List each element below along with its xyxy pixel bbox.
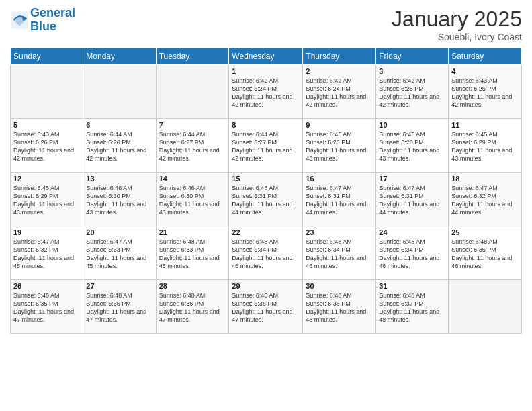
header-row: Sunday Monday Tuesday Wednesday Thursday… bbox=[11, 48, 522, 65]
day-info: Sunrise: 6:43 AMSunset: 6:25 PMDaylight:… bbox=[451, 77, 519, 109]
calendar-cell: 27Sunrise: 6:48 AMSunset: 6:35 PMDayligh… bbox=[83, 280, 156, 334]
day-number: 6 bbox=[86, 121, 152, 129]
col-tuesday: Tuesday bbox=[156, 48, 229, 65]
day-number: 15 bbox=[232, 175, 300, 183]
calendar-week-1: 5Sunrise: 6:43 AMSunset: 6:26 PMDaylight… bbox=[11, 119, 522, 173]
day-info: Sunrise: 6:44 AMSunset: 6:27 PMDaylight:… bbox=[159, 130, 226, 163]
day-number: 23 bbox=[306, 228, 373, 236]
day-info: Sunrise: 6:48 AMSunset: 6:36 PMDaylight:… bbox=[306, 291, 373, 324]
day-info: Sunrise: 6:48 AMSunset: 6:33 PMDaylight:… bbox=[159, 238, 226, 271]
col-thursday: Thursday bbox=[303, 48, 376, 65]
calendar-cell: 31Sunrise: 6:48 AMSunset: 6:37 PMDayligh… bbox=[376, 280, 449, 334]
calendar-cell: 22Sunrise: 6:48 AMSunset: 6:34 PMDayligh… bbox=[229, 226, 303, 280]
day-info: Sunrise: 6:45 AMSunset: 6:28 PMDaylight:… bbox=[306, 130, 373, 163]
calendar-cell: 2Sunrise: 6:42 AMSunset: 6:24 PMDaylight… bbox=[303, 65, 376, 119]
day-info: Sunrise: 6:45 AMSunset: 6:28 PMDaylight:… bbox=[379, 130, 445, 163]
day-number: 14 bbox=[159, 175, 226, 183]
day-info: Sunrise: 6:47 AMSunset: 6:33 PMDaylight:… bbox=[86, 238, 152, 271]
day-info: Sunrise: 6:42 AMSunset: 6:25 PMDaylight:… bbox=[379, 77, 445, 109]
day-number: 13 bbox=[86, 175, 152, 183]
calendar-cell: 17Sunrise: 6:47 AMSunset: 6:31 PMDayligh… bbox=[376, 173, 449, 226]
calendar-cell bbox=[449, 280, 522, 334]
day-number: 28 bbox=[159, 282, 226, 290]
day-info: Sunrise: 6:42 AMSunset: 6:24 PMDaylight:… bbox=[232, 77, 300, 109]
day-info: Sunrise: 6:43 AMSunset: 6:26 PMDaylight:… bbox=[13, 130, 80, 163]
day-number: 24 bbox=[379, 228, 445, 236]
calendar-week-0: 1Sunrise: 6:42 AMSunset: 6:24 PMDaylight… bbox=[11, 65, 522, 119]
day-info: Sunrise: 6:44 AMSunset: 6:27 PMDaylight:… bbox=[232, 130, 300, 163]
day-info: Sunrise: 6:46 AMSunset: 6:31 PMDaylight:… bbox=[232, 184, 300, 217]
calendar-cell: 5Sunrise: 6:43 AMSunset: 6:26 PMDaylight… bbox=[11, 119, 83, 173]
day-info: Sunrise: 6:48 AMSunset: 6:35 PMDaylight:… bbox=[451, 238, 519, 271]
logo-line2: Blue bbox=[30, 19, 56, 33]
calendar-cell: 26Sunrise: 6:48 AMSunset: 6:35 PMDayligh… bbox=[11, 280, 83, 334]
calendar-cell: 20Sunrise: 6:47 AMSunset: 6:33 PMDayligh… bbox=[83, 226, 156, 280]
day-info: Sunrise: 6:47 AMSunset: 6:32 PMDaylight:… bbox=[451, 184, 519, 217]
col-sunday: Sunday bbox=[11, 48, 83, 65]
calendar-cell: 23Sunrise: 6:48 AMSunset: 6:34 PMDayligh… bbox=[303, 226, 376, 280]
calendar-cell: 3Sunrise: 6:42 AMSunset: 6:25 PMDaylight… bbox=[376, 65, 449, 119]
day-number: 17 bbox=[379, 175, 445, 183]
day-number: 16 bbox=[306, 175, 373, 183]
day-number: 7 bbox=[159, 121, 226, 129]
calendar-cell: 28Sunrise: 6:48 AMSunset: 6:36 PMDayligh… bbox=[156, 280, 229, 334]
calendar-cell: 7Sunrise: 6:44 AMSunset: 6:27 PMDaylight… bbox=[156, 119, 229, 173]
calendar-cell: 18Sunrise: 6:47 AMSunset: 6:32 PMDayligh… bbox=[449, 173, 522, 226]
calendar-cell: 10Sunrise: 6:45 AMSunset: 6:28 PMDayligh… bbox=[376, 119, 449, 173]
calendar-cell: 4Sunrise: 6:43 AMSunset: 6:25 PMDaylight… bbox=[449, 65, 522, 119]
day-number: 22 bbox=[232, 228, 300, 236]
calendar-cell bbox=[11, 65, 83, 119]
col-saturday: Saturday bbox=[449, 48, 522, 65]
day-info: Sunrise: 6:47 AMSunset: 6:32 PMDaylight:… bbox=[13, 238, 80, 271]
day-info: Sunrise: 6:42 AMSunset: 6:24 PMDaylight:… bbox=[306, 77, 373, 109]
calendar-week-3: 19Sunrise: 6:47 AMSunset: 6:32 PMDayligh… bbox=[11, 226, 522, 280]
header: General Blue January 2025 Souebli, Ivory… bbox=[10, 7, 522, 42]
col-friday: Friday bbox=[376, 48, 449, 65]
calendar-cell: 9Sunrise: 6:45 AMSunset: 6:28 PMDaylight… bbox=[303, 119, 376, 173]
day-number: 29 bbox=[232, 282, 300, 290]
day-number: 21 bbox=[159, 228, 226, 236]
day-number: 3 bbox=[379, 67, 445, 75]
calendar-cell: 21Sunrise: 6:48 AMSunset: 6:33 PMDayligh… bbox=[156, 226, 229, 280]
calendar-cell: 1Sunrise: 6:42 AMSunset: 6:24 PMDaylight… bbox=[229, 65, 303, 119]
calendar-week-4: 26Sunrise: 6:48 AMSunset: 6:35 PMDayligh… bbox=[11, 280, 522, 334]
location: Souebli, Ivory Coast bbox=[392, 32, 522, 42]
day-number: 26 bbox=[13, 282, 80, 290]
day-info: Sunrise: 6:45 AMSunset: 6:29 PMDaylight:… bbox=[13, 184, 80, 217]
day-info: Sunrise: 6:48 AMSunset: 6:37 PMDaylight:… bbox=[379, 291, 445, 324]
calendar-cell: 11Sunrise: 6:45 AMSunset: 6:29 PMDayligh… bbox=[449, 119, 522, 173]
calendar-cell bbox=[156, 65, 229, 119]
calendar-body: 1Sunrise: 6:42 AMSunset: 6:24 PMDaylight… bbox=[11, 65, 522, 334]
logo: General Blue bbox=[10, 7, 75, 34]
title-section: January 2025 Souebli, Ivory Coast bbox=[392, 7, 522, 42]
calendar-cell: 24Sunrise: 6:48 AMSunset: 6:34 PMDayligh… bbox=[376, 226, 449, 280]
day-number: 9 bbox=[306, 121, 373, 129]
day-info: Sunrise: 6:45 AMSunset: 6:29 PMDaylight:… bbox=[451, 130, 519, 163]
day-number: 4 bbox=[451, 67, 519, 75]
page: General Blue January 2025 Souebli, Ivory… bbox=[0, 0, 532, 411]
day-number: 31 bbox=[379, 282, 445, 290]
calendar-cell: 14Sunrise: 6:46 AMSunset: 6:30 PMDayligh… bbox=[156, 173, 229, 226]
logo-text: General Blue bbox=[30, 7, 75, 34]
day-number: 19 bbox=[13, 228, 80, 236]
day-info: Sunrise: 6:48 AMSunset: 6:35 PMDaylight:… bbox=[13, 291, 80, 324]
col-wednesday: Wednesday bbox=[229, 48, 303, 65]
day-number: 1 bbox=[232, 67, 300, 75]
logo-icon bbox=[10, 11, 29, 30]
calendar-cell: 25Sunrise: 6:48 AMSunset: 6:35 PMDayligh… bbox=[449, 226, 522, 280]
calendar-cell bbox=[83, 65, 156, 119]
day-number: 18 bbox=[451, 175, 519, 183]
day-info: Sunrise: 6:47 AMSunset: 6:31 PMDaylight:… bbox=[306, 184, 373, 217]
calendar-cell: 15Sunrise: 6:46 AMSunset: 6:31 PMDayligh… bbox=[229, 173, 303, 226]
day-number: 27 bbox=[86, 282, 152, 290]
day-info: Sunrise: 6:46 AMSunset: 6:30 PMDaylight:… bbox=[86, 184, 152, 217]
day-info: Sunrise: 6:48 AMSunset: 6:34 PMDaylight:… bbox=[379, 238, 445, 271]
day-number: 5 bbox=[13, 121, 80, 129]
day-number: 11 bbox=[451, 121, 519, 129]
col-monday: Monday bbox=[83, 48, 156, 65]
day-info: Sunrise: 6:48 AMSunset: 6:34 PMDaylight:… bbox=[232, 238, 300, 271]
calendar-cell: 8Sunrise: 6:44 AMSunset: 6:27 PMDaylight… bbox=[229, 119, 303, 173]
day-number: 25 bbox=[451, 228, 519, 236]
day-number: 20 bbox=[86, 228, 152, 236]
calendar-week-2: 12Sunrise: 6:45 AMSunset: 6:29 PMDayligh… bbox=[11, 173, 522, 226]
